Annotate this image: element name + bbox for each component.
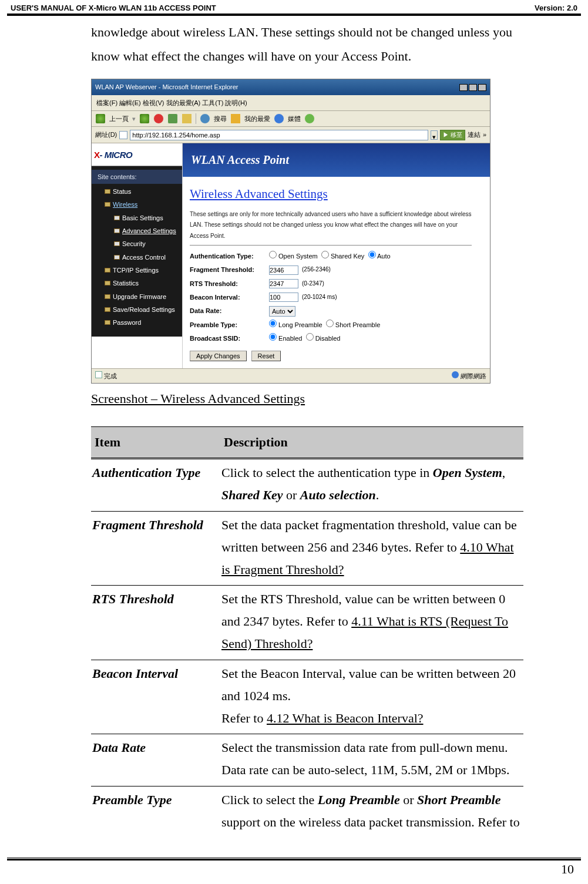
item-cell: Data Rate (91, 734, 220, 786)
search-label[interactable]: 搜尋 (214, 113, 227, 125)
forward-icon[interactable] (139, 113, 150, 124)
sidebar-item-basic[interactable]: Basic Settings (114, 211, 182, 224)
link-beacon[interactable]: 4.12 What is Beacon Interval? (267, 711, 424, 725)
item-cell: Beacon Interval (91, 660, 220, 734)
sidebar-item-statistics[interactable]: Statistics (105, 277, 182, 290)
page-number: 10 (561, 862, 574, 877)
history-icon[interactable] (304, 113, 315, 124)
media-icon[interactable] (274, 113, 284, 124)
table-row: Data Rate Select the transmission data r… (91, 734, 523, 786)
auth-open[interactable]: Open System (269, 250, 318, 262)
item-cell: Preamble Type (91, 786, 220, 838)
sidebar-item-tcpip[interactable]: TCP/IP Settings (105, 264, 182, 277)
page-icon (114, 228, 120, 233)
window-title: WLAN AP Webserver - Microsoft Internet E… (95, 81, 238, 93)
table-row: Preamble Type Click to select the Long P… (91, 786, 523, 838)
apply-button[interactable]: Apply Changes (190, 351, 247, 361)
item-cell: Fragment Threshold (91, 511, 220, 585)
frag-label: Fragment Threshold: (190, 264, 269, 275)
item-cell: RTS Threshold (91, 586, 220, 660)
page-icon (114, 255, 120, 260)
desc-cell: Select the transmission data rate from p… (220, 734, 523, 786)
folder-icon (105, 320, 110, 325)
page-icon (114, 241, 120, 246)
sidebar-item-save[interactable]: Save/Reload Settings (105, 303, 182, 316)
stop-icon[interactable] (153, 113, 164, 124)
brand-logo: XX- MICRO- MICRO (92, 143, 182, 166)
desc-cell: Click to select the authentication type … (220, 459, 523, 512)
beacon-hint: (20-1024 ms) (302, 292, 337, 303)
folder-icon (105, 294, 110, 299)
minimize-icon[interactable] (459, 84, 468, 91)
home-icon[interactable] (182, 113, 192, 124)
sidebar-item-wireless[interactable]: Wireless (105, 198, 182, 211)
folder-icon (105, 189, 110, 194)
sidebar-item-upgrade[interactable]: Upgrade Firmware (105, 290, 182, 303)
preamble-long[interactable]: Long Preamble (269, 319, 322, 331)
beacon-label: Beacon Interval: (190, 291, 269, 303)
folder-icon (105, 268, 110, 273)
frag-hint: (256-2346) (302, 264, 331, 275)
table-row: RTS Threshold Set the RTS Threshold, val… (91, 586, 523, 660)
sidebar-item-access[interactable]: Access Control (114, 251, 182, 264)
status-done: 完成 (104, 372, 117, 379)
rate-label: Data Rate: (190, 305, 269, 317)
maximize-icon[interactable] (469, 84, 477, 91)
panel-title: Wireless Advanced Settings (190, 183, 483, 206)
sidebar-item-advanced[interactable]: Advanced Settings (114, 224, 182, 237)
rts-hint: (0-2347) (302, 278, 324, 290)
bssid-enabled[interactable]: Enabled (269, 332, 302, 344)
frag-input[interactable] (269, 265, 298, 275)
reset-button[interactable]: Reset (251, 351, 281, 361)
preamble-label: Preamble Type: (190, 319, 269, 331)
links-label[interactable]: 連結 (468, 129, 481, 140)
favorites-icon[interactable] (230, 113, 241, 124)
bssid-disabled[interactable]: Disabled (306, 332, 341, 344)
status-done-icon (95, 371, 102, 378)
auth-auto[interactable]: Auto (368, 250, 391, 262)
go-button[interactable]: ▶ 移至 (440, 130, 465, 140)
sidebar-item-password[interactable]: Password (105, 316, 182, 329)
menu-bar[interactable]: 檔案(F) 編輯(E) 檢視(V) 我的最愛(A) 工具(T) 說明(H) (92, 95, 490, 111)
desc-cell: Click to select the Long Preamble or Sho… (220, 786, 523, 838)
sidebar-item-status[interactable]: Status (105, 185, 182, 198)
footer-rule-thick (7, 859, 581, 861)
favorites-label[interactable]: 我的最愛 (244, 113, 270, 125)
preamble-short[interactable]: Short Preamble (326, 319, 381, 331)
doc-header-right: Version: 2.0 (535, 4, 577, 12)
rate-select[interactable]: Auto (269, 306, 295, 317)
bssid-label: Broadcast SSID: (190, 332, 269, 344)
sidebar-item-security[interactable]: Security (114, 237, 182, 250)
definition-table: Item Description Authentication Type Cli… (91, 426, 523, 838)
status-net: 網際網路 (461, 372, 486, 379)
item-cell: Authentication Type (91, 459, 220, 512)
panel-note: These settings are only for more technic… (190, 209, 472, 246)
hero-title: WLAN Access Point (183, 143, 490, 177)
refresh-icon[interactable] (167, 113, 178, 124)
rts-input[interactable] (269, 279, 298, 288)
media-label[interactable]: 媒體 (288, 113, 301, 125)
sidebar-title: Site contents: (92, 170, 182, 184)
folder-icon (105, 281, 110, 285)
address-input[interactable] (130, 130, 428, 140)
th-item: Item (91, 426, 220, 459)
beacon-input[interactable] (269, 293, 298, 302)
address-label: 網址(D) (95, 129, 117, 140)
back-label[interactable]: 上一頁 (109, 113, 129, 125)
table-row: Beacon Interval Set the Beacon Interval,… (91, 660, 523, 734)
desc-cell: Set the Beacon Interval, value can be wr… (220, 660, 523, 734)
close-icon[interactable] (478, 84, 486, 91)
search-icon[interactable] (200, 113, 210, 124)
auth-shared[interactable]: Shared Key (321, 250, 365, 262)
back-icon[interactable] (95, 113, 106, 124)
internet-icon (452, 371, 459, 378)
doc-header-left: USER'S MANUAL OF X-Micro WLAN 11b ACCESS… (11, 4, 216, 12)
intro-paragraph: knowledge about wireless LAN. These sett… (91, 21, 523, 68)
table-row: Fragment Threshold Set the data packet f… (91, 511, 523, 585)
footer-rule-thin (7, 858, 581, 858)
desc-cell: Set the data packet fragmentation thresh… (220, 511, 523, 585)
th-desc: Description (220, 426, 523, 459)
page-icon (114, 216, 120, 220)
page-icon (119, 131, 127, 139)
folder-icon (105, 307, 110, 312)
